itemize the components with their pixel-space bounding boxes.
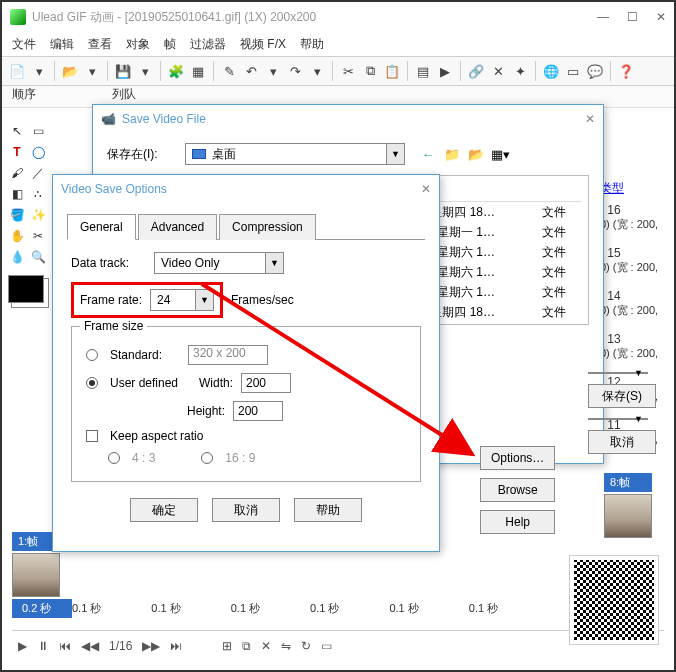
next-frame-icon[interactable]: ▶▶ [142, 639, 160, 653]
reverse-icon[interactable]: ⇋ [281, 639, 291, 653]
mail-icon[interactable]: ▭ [564, 62, 582, 80]
undo-icon[interactable]: ↶ [242, 62, 260, 80]
shape-tool-icon[interactable]: ◯ [29, 143, 47, 161]
up-folder-icon[interactable]: 📁 [443, 145, 461, 163]
save-button[interactable]: 保存(S) [588, 384, 656, 408]
copy-icon[interactable]: ⧉ [361, 62, 379, 80]
pencil-icon[interactable]: ✎ [220, 62, 238, 80]
options-close-icon[interactable]: ✕ [421, 182, 431, 196]
frame-duration[interactable]: 0.1 秒 [72, 601, 101, 616]
standard-radio[interactable] [86, 349, 98, 361]
help-icon[interactable]: ❓ [617, 62, 635, 80]
line-tool-icon[interactable]: ／ [29, 164, 47, 182]
menu-file[interactable]: 文件 [12, 36, 36, 53]
text-tool-icon[interactable]: T [8, 143, 26, 161]
prev-frame-icon[interactable]: ◀◀ [81, 639, 99, 653]
menu-filter[interactable]: 过滤器 [190, 36, 226, 53]
user-defined-radio[interactable] [86, 377, 98, 389]
eraser-tool-icon[interactable]: ◧ [8, 185, 26, 203]
ok-button[interactable]: 确定 [130, 498, 198, 522]
first-frame-icon[interactable]: ⏮ [59, 639, 71, 653]
chat-icon[interactable]: 💬 [586, 62, 604, 80]
tab-advanced[interactable]: Advanced [138, 214, 217, 240]
menu-help[interactable]: 帮助 [300, 36, 324, 53]
dialog-titlebar[interactable]: 📹 Save Video File ✕ [93, 105, 603, 133]
frame-duration[interactable]: 0.1 秒 [310, 601, 339, 616]
dup-frame-icon[interactable]: ⧉ [242, 639, 251, 653]
spray-tool-icon[interactable]: ∴ [29, 185, 47, 203]
menu-edit[interactable]: 编辑 [50, 36, 74, 53]
options-dialog-title: Video Save Options [61, 182, 167, 196]
cut-icon[interactable]: ✂ [339, 62, 357, 80]
pointer-tool-icon[interactable]: ↖ [8, 122, 26, 140]
menu-frame[interactable]: 帧 [164, 36, 176, 53]
tab-general[interactable]: General [67, 214, 136, 240]
new-icon[interactable]: 📄 [8, 62, 26, 80]
brush-tool-icon[interactable]: 🖌 [8, 164, 26, 182]
frame-rate-combo[interactable]: 24▼ [150, 289, 214, 311]
maximize-button[interactable]: ☐ [627, 10, 638, 24]
frame-8-thumbnail[interactable] [604, 494, 652, 538]
color-swatch[interactable] [8, 275, 44, 303]
tool-icon[interactable]: ✕ [489, 62, 507, 80]
cancel-button[interactable]: 取消 [588, 430, 656, 454]
frame-duration[interactable]: 0.1 秒 [389, 601, 418, 616]
pause-icon[interactable]: ⏸ [37, 639, 49, 653]
fx-icon[interactable]: ✦ [511, 62, 529, 80]
frame-8-tab[interactable]: 8:帧 [604, 473, 652, 492]
chevron-down-icon[interactable]: ▼ [386, 144, 404, 164]
new-folder-icon[interactable]: 📂 [467, 145, 485, 163]
del-frame-icon[interactable]: ✕ [261, 639, 271, 653]
add-frame-icon[interactable]: ⊞ [222, 639, 232, 653]
options-dialog-titlebar[interactable]: Video Save Options ✕ [53, 175, 439, 203]
height-input[interactable] [233, 401, 283, 421]
crop-tool-icon[interactable]: ✂ [29, 227, 47, 245]
open-icon[interactable]: 📂 [61, 62, 79, 80]
keep-aspect-checkbox[interactable] [86, 430, 98, 442]
menu-view[interactable]: 查看 [88, 36, 112, 53]
paste-icon[interactable]: 📋 [383, 62, 401, 80]
loop-icon[interactable]: ↻ [301, 639, 311, 653]
frame-icon[interactable]: ▦ [189, 62, 207, 80]
filter-combo[interactable]: ▼ [588, 372, 648, 374]
wizard-icon[interactable]: 🧩 [167, 62, 185, 80]
last-frame-icon[interactable]: ⏭ [170, 639, 182, 653]
hand-tool-icon[interactable]: ✋ [8, 227, 26, 245]
globe-icon[interactable]: 🌐 [542, 62, 560, 80]
window-title: Ulead GIF 动画 - [20190525010641.gif] (1X)… [32, 9, 316, 26]
save-location-combo[interactable]: 桌面 ▼ [185, 143, 405, 165]
minimize-button[interactable]: — [597, 10, 609, 24]
options-help-button[interactable]: 帮助 [294, 498, 362, 522]
save-icon[interactable]: 💾 [114, 62, 132, 80]
zoom-tool-icon[interactable]: 🔍 [29, 248, 47, 266]
export-icon[interactable]: ▤ [414, 62, 432, 80]
dropper-tool-icon[interactable]: 💧 [8, 248, 26, 266]
frame-1-duration[interactable]: 0.2 秒 [12, 599, 72, 618]
options-cancel-button[interactable]: 取消 [212, 498, 280, 522]
frame-duration[interactable]: 0.1 秒 [151, 601, 180, 616]
link-icon[interactable]: 🔗 [467, 62, 485, 80]
help-button[interactable]: Help [480, 510, 555, 534]
width-input[interactable] [241, 373, 291, 393]
back-icon[interactable]: ← [419, 145, 437, 163]
settings-icon[interactable]: ▭ [321, 639, 332, 653]
play-icon[interactable]: ▶ [18, 639, 27, 653]
tab-compression[interactable]: Compression [219, 214, 316, 240]
close-button[interactable]: ✕ [656, 10, 666, 24]
frame-duration[interactable]: 0.1 秒 [231, 601, 260, 616]
options-button[interactable]: Options… [480, 446, 555, 470]
preview-icon[interactable]: ▶ [436, 62, 454, 80]
bucket-tool-icon[interactable]: 🪣 [8, 206, 26, 224]
wand-tool-icon[interactable]: ✨ [29, 206, 47, 224]
browse-button[interactable]: Browse [480, 478, 555, 502]
frame-duration[interactable]: 0.1 秒 [469, 601, 498, 616]
menu-videofx[interactable]: 视频 F/X [240, 36, 286, 53]
view-menu-icon[interactable]: ▦▾ [491, 145, 509, 163]
frame-1-thumbnail[interactable] [12, 553, 60, 597]
menu-object[interactable]: 对象 [126, 36, 150, 53]
dialog-close-icon[interactable]: ✕ [585, 112, 595, 126]
marquee-tool-icon[interactable]: ▭ [29, 122, 47, 140]
redo-icon[interactable]: ↷ [286, 62, 304, 80]
data-track-combo[interactable]: Video Only▼ [154, 252, 284, 274]
type-combo[interactable]: ▼ [588, 418, 648, 420]
